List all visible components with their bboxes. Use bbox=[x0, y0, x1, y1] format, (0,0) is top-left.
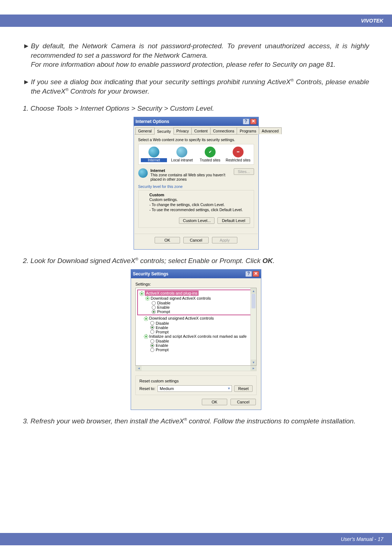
dialog-titlebar: Security Settings ? ✕ bbox=[131, 270, 261, 278]
step-2a: 2. Look for Download signed ActiveX bbox=[23, 257, 135, 264]
security-settings-dialog: Security Settings ? ✕ Settings: ActiveX … bbox=[131, 269, 261, 410]
scroll-thumb[interactable] bbox=[252, 294, 256, 308]
default-level-button[interactable]: Default Level bbox=[217, 217, 250, 224]
radio-icon[interactable] bbox=[150, 325, 154, 329]
reg-mark: ® bbox=[135, 257, 138, 261]
dialog-title: Security Settings bbox=[133, 271, 168, 276]
bullet-icon: ► bbox=[23, 41, 31, 69]
brand-text: VIVOTEK bbox=[361, 18, 383, 24]
zone-desc-title: Internet bbox=[151, 168, 165, 173]
help-icon[interactable]: ? bbox=[245, 271, 252, 277]
zone-description: Internet This zone contains all Web site… bbox=[138, 168, 254, 181]
zone-prompt: Select a Web content zone to specify its… bbox=[138, 138, 254, 142]
minus-icon: ━ bbox=[233, 147, 244, 157]
opt-enable: Enable bbox=[157, 305, 170, 309]
security-level-box: Custom Custom settings. - To change the … bbox=[138, 190, 254, 228]
scroll-up-icon[interactable]: ▴ bbox=[251, 288, 256, 294]
reset-group: Reset custom settings Reset to: Medium R… bbox=[135, 376, 257, 395]
tab-content[interactable]: Content bbox=[191, 127, 211, 134]
globe-icon bbox=[148, 147, 159, 157]
check-icon: ✔ bbox=[205, 147, 216, 157]
scroll-down-icon[interactable]: ▾ bbox=[251, 360, 256, 365]
reset-to-select[interactable]: Medium bbox=[158, 385, 232, 392]
zone-label: Internet bbox=[141, 158, 167, 162]
step-3: 3. Refresh your web browser, then instal… bbox=[23, 416, 369, 426]
bullet-icon: ► bbox=[23, 77, 31, 96]
tab-general[interactable]: General bbox=[135, 127, 155, 134]
custom-title: Custom bbox=[150, 193, 250, 197]
step-2-ok: OK bbox=[262, 257, 273, 264]
tabs: General Security Privacy Content Connect… bbox=[135, 127, 258, 135]
h-scrollbar[interactable]: ◂ ▸ bbox=[135, 366, 257, 371]
reset-label: Reset custom settings bbox=[139, 379, 253, 383]
apply-button[interactable]: Apply bbox=[212, 237, 237, 243]
zone-trusted-sites[interactable]: ✔ Trusted sites bbox=[197, 147, 223, 162]
highlighted-group: ActiveX controls and plug-ins Download s… bbox=[137, 290, 256, 315]
node-download-unsigned: Download unsigned ActiveX controls bbox=[149, 316, 214, 320]
reset-button[interactable]: Reset bbox=[234, 385, 253, 392]
opt-disable: Disable bbox=[157, 301, 171, 305]
opt-prompt: Prompt bbox=[156, 348, 168, 352]
radio-icon[interactable] bbox=[152, 310, 156, 314]
globe-icon bbox=[176, 147, 187, 157]
custom-level-button[interactable]: Custom Level... bbox=[179, 217, 215, 224]
radio-icon[interactable] bbox=[152, 301, 156, 305]
cancel-button[interactable]: Cancel bbox=[183, 237, 209, 243]
tab-programs[interactable]: Programs bbox=[237, 127, 259, 134]
opt-disable: Disable bbox=[156, 339, 169, 343]
step-3a: 3. Refresh your web browser, then instal… bbox=[23, 417, 184, 425]
dialog-titlebar: Internet Options ? ✕ bbox=[134, 117, 258, 126]
cancel-button[interactable]: Cancel bbox=[230, 399, 256, 405]
close-icon[interactable]: ✕ bbox=[250, 119, 257, 124]
step-2: 2. Look for Download signed ActiveX® con… bbox=[23, 256, 369, 266]
opt-enable: Enable bbox=[156, 343, 168, 348]
tab-connections[interactable]: Connections bbox=[210, 127, 237, 134]
node-init-script: Initialize and script ActiveX controls n… bbox=[149, 334, 246, 338]
tab-advanced[interactable]: Advanced bbox=[259, 127, 282, 134]
zone-label: Local intranet bbox=[169, 158, 195, 162]
ok-button[interactable]: OK bbox=[155, 237, 180, 243]
brand-band: VIVOTEK bbox=[0, 15, 392, 27]
reg-mark: ® bbox=[65, 87, 68, 91]
note-2c: Controls for your browser. bbox=[69, 87, 150, 95]
note-1: ► By default, the Network Camera is not … bbox=[23, 41, 369, 69]
globe-icon bbox=[138, 168, 148, 178]
zone-local-intranet[interactable]: Local intranet bbox=[169, 147, 195, 162]
note-1-text-a: By default, the Network Camera is not pa… bbox=[31, 42, 369, 59]
footer-text: User's Manual - 17 bbox=[341, 536, 383, 542]
sites-button[interactable]: Sites... bbox=[234, 168, 254, 175]
dialog-buttons: OK Cancel Apply bbox=[135, 234, 258, 246]
custom-line2: - To use the recommended settings, click… bbox=[150, 208, 243, 212]
gear-icon bbox=[144, 334, 148, 339]
opt-enable: Enable bbox=[156, 325, 168, 330]
ok-button[interactable]: OK bbox=[202, 399, 227, 405]
radio-icon[interactable] bbox=[150, 339, 154, 343]
radio-icon[interactable] bbox=[150, 344, 154, 348]
dialog-title: Internet Options bbox=[136, 119, 170, 124]
reg-mark: ® bbox=[184, 417, 187, 422]
tab-security[interactable]: Security bbox=[154, 128, 174, 135]
note-1-text-b: For more information about how to enable… bbox=[31, 61, 336, 68]
tab-privacy[interactable]: Privacy bbox=[173, 127, 192, 134]
custom-line1: - To change the settings, click Custom L… bbox=[150, 202, 225, 207]
help-icon[interactable]: ? bbox=[243, 119, 249, 124]
scroll-right-icon[interactable]: ▸ bbox=[250, 366, 256, 371]
radio-icon[interactable] bbox=[150, 330, 154, 334]
gear-icon bbox=[139, 291, 144, 296]
scroll-left-icon[interactable]: ◂ bbox=[136, 366, 142, 371]
radio-icon[interactable] bbox=[152, 305, 156, 309]
zone-restricted-sites[interactable]: ━ Restricted sites bbox=[225, 147, 251, 162]
close-icon[interactable]: ✕ bbox=[253, 271, 259, 277]
page-content: ► By default, the Network Camera is not … bbox=[0, 27, 392, 437]
gear-icon bbox=[145, 296, 150, 301]
zone-internet[interactable]: Internet bbox=[141, 147, 167, 162]
radio-icon[interactable] bbox=[150, 321, 154, 325]
zone-picker: Internet Local intranet ✔ Trusted sites … bbox=[138, 144, 254, 165]
zone-desc-text: This zone contains all Web sites you hav… bbox=[151, 173, 225, 181]
zone-label: Trusted sites bbox=[197, 158, 223, 162]
reg-mark: ® bbox=[291, 78, 294, 82]
opt-prompt: Prompt bbox=[156, 330, 168, 334]
scrollbar[interactable]: ▴ ▾ bbox=[250, 288, 256, 365]
radio-icon[interactable] bbox=[150, 348, 154, 352]
settings-tree[interactable]: ActiveX controls and plug-ins Download s… bbox=[135, 288, 257, 366]
